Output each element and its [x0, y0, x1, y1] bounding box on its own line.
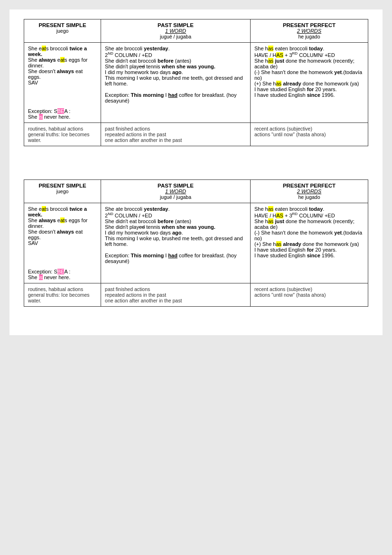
bold-just-1: just: [275, 58, 284, 64]
pp-body-2: She has eaten broccoli today. HAVE / HAS…: [250, 203, 368, 283]
bold-since-1: since: [307, 92, 320, 98]
ps-sub-2: juego: [28, 188, 97, 194]
pp-footer-1: recent actions (subjective)actions "unti…: [250, 123, 368, 146]
past-body-1: She ate broccoli yesterday. 2ND COLUMN /…: [101, 43, 251, 123]
highlight-has2-1: AS: [276, 52, 283, 58]
bold-always-2: always: [39, 217, 56, 223]
header-past-simple-2: PAST SIMPLE 1 WORD jugué / jugaba: [101, 180, 251, 203]
pp-sub-2: he jugado: [254, 194, 364, 200]
ps-title-2: PRESENT SIMPLE: [28, 183, 97, 188]
bold-already-2: already: [283, 241, 301, 247]
header-present-simple-2: PRESENT SIMPLE juego: [24, 180, 101, 203]
highlight-has3-2: as: [268, 218, 274, 224]
highlight-has-2: as: [268, 206, 274, 212]
header-past-simple-1: PAST SIMPLE 1 WORD jugué / jugaba: [101, 19, 251, 43]
grammar-table-2: PRESENT SIMPLE juego PAST SIMPLE 1 WORD …: [24, 179, 368, 307]
bold-this-morning-1: This morning: [131, 92, 164, 98]
highlight-be-2: BE: [57, 269, 65, 274]
pp-subtitle-2: 2 WORDS: [254, 188, 364, 194]
bold-twice-2: twice a week.: [28, 206, 87, 217]
bold-when-2: when she was young.: [162, 224, 215, 230]
bold-before-2: before: [158, 218, 174, 224]
bold-twice-1: twice a week.: [28, 46, 87, 57]
bold-this-morning-2: This morning: [131, 253, 164, 258]
highlight-eats-1: at: [42, 46, 46, 51]
bold-just-2: just: [275, 218, 284, 224]
bold-yet-1: yet: [334, 69, 342, 75]
bold-today-2: today: [309, 206, 323, 212]
highlight-has2-2: AS: [276, 213, 283, 218]
bold-already-1: already: [283, 81, 301, 86]
past-title-1: PAST SIMPLE: [105, 22, 246, 28]
pp-subtitle-1: 2 WORDS: [254, 28, 364, 34]
bold-ago-1: ago: [172, 69, 182, 75]
ps-body-1: She eats broccoli twice a week. She alwa…: [24, 43, 101, 123]
bold-when-1: when she was young.: [162, 64, 215, 69]
highlight-eats2-2: at: [60, 217, 65, 223]
bold-always2-2: always: [57, 229, 74, 235]
bold-since-2: since: [307, 253, 320, 258]
bold-always2-1: always: [57, 68, 74, 74]
highlight-is-2: is: [39, 274, 43, 280]
underline-had-1: had: [168, 92, 177, 98]
ps-title-1: PRESENT SIMPLE: [28, 22, 97, 28]
highlight-has3-1: as: [268, 58, 274, 64]
pp-title-1: PRESENT PERFECT: [254, 22, 364, 28]
past-footer-1: past finished actionsrepeated actions in…: [101, 123, 251, 146]
page: PRESENT SIMPLE juego PAST SIMPLE 1 WORD …: [9, 9, 383, 335]
spacer: [24, 165, 368, 179]
strike-ed-2: ed: [139, 224, 145, 230]
header-present-perfect-1: PRESENT PERFECT 2 WORDS he jugado: [250, 19, 368, 43]
past-sub-1: jugué / jugaba: [105, 34, 246, 39]
highlight-eats-2: at: [42, 206, 46, 212]
ps-footer-1: routines, habitual actionsgeneral truths…: [24, 123, 101, 146]
bold-for-2: for: [307, 247, 314, 253]
bold-today-1: today: [309, 46, 323, 51]
past-sub-2: jugué / jugaba: [105, 194, 246, 200]
bold-yesterday-2: yesterday: [144, 206, 168, 212]
highlight-has4-1: as: [276, 81, 282, 86]
bold-yesterday-1: yesterday: [144, 46, 168, 51]
bold-yet-2: yet: [334, 230, 342, 235]
pp-footer-2: recent actions (subjective)actions "unti…: [250, 283, 368, 307]
grammar-table-1: PRESENT SIMPLE juego PAST SIMPLE 1 WORD …: [24, 19, 368, 146]
past-body-2: She ate broccoli yesterday. 2ND COLUMN /…: [101, 203, 251, 283]
pp-sub-1: he jugado: [254, 34, 364, 39]
ps-body-2: She eats broccoli twice a week. She alwa…: [24, 203, 101, 283]
header-present-perfect-2: PRESENT PERFECT 2 WORDS he jugado: [250, 180, 368, 203]
past-subtitle-1: 1 WORD: [105, 28, 246, 34]
past-title-2: PAST SIMPLE: [105, 183, 246, 188]
bold-before-1: before: [158, 58, 174, 64]
bold-for-1: for: [307, 86, 314, 92]
highlight-eats2-1: at: [60, 57, 65, 63]
ps-footer-2: routines, habitual actionsgeneral truths…: [24, 283, 101, 307]
bold-ago-2: ago: [172, 230, 182, 235]
highlight-is-1: is: [39, 114, 43, 120]
pp-body-1: She has eaten broccoli today. HAVE / HAS…: [250, 43, 368, 123]
bold-always-1: always: [39, 57, 56, 63]
past-footer-2: past finished actionsrepeated actions in…: [101, 283, 251, 307]
ps-sub-1: juego: [28, 28, 97, 34]
underline-had-2: had: [168, 253, 177, 258]
highlight-has-1: as: [268, 46, 274, 51]
past-subtitle-2: 1 WORD: [105, 188, 246, 194]
header-present-simple-1: PRESENT SIMPLE juego: [24, 19, 101, 43]
highlight-has4-2: as: [276, 241, 282, 247]
strike-ed-1: ed: [139, 64, 145, 69]
highlight-be-1: BE: [57, 108, 65, 114]
pp-title-2: PRESENT PERFECT: [254, 183, 364, 188]
